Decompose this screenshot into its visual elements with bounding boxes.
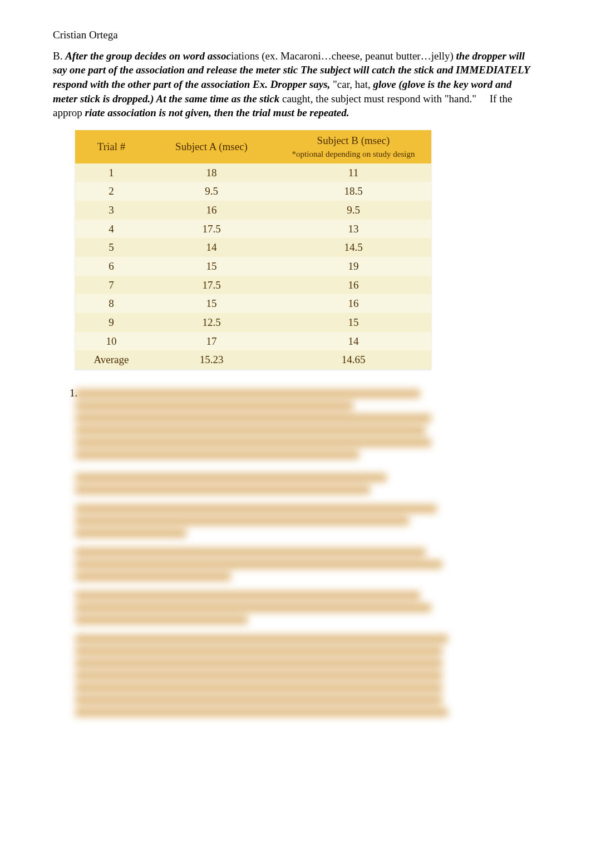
- cell-trial: 4: [75, 220, 147, 239]
- cell-trial: 5: [75, 238, 147, 257]
- cell-trial: 6: [75, 257, 147, 276]
- blurred-text-line: [75, 683, 442, 692]
- cell-subject-a: 12.5: [147, 313, 275, 332]
- blurred-text-line: [75, 572, 231, 581]
- blurred-text-line: [75, 450, 359, 459]
- instr-p1: After the group decides on word a: [65, 50, 213, 62]
- cell-subject-b: 13: [275, 220, 431, 239]
- cell-trial: 2: [75, 182, 147, 201]
- instr-p16: riate association is not given, then: [85, 107, 234, 118]
- blurred-text-line: [75, 473, 387, 482]
- blurred-answer-region: [75, 389, 538, 717]
- header-subject-b-note: *optional depending on study design: [281, 148, 426, 160]
- table-row: 51414.5: [75, 238, 431, 257]
- header-subject-b-main: Subject B (msec): [317, 135, 390, 146]
- cell-trial: 1: [75, 163, 147, 182]
- cell-subject-a: 17.5: [147, 276, 275, 295]
- table-row: 717.516: [75, 276, 431, 295]
- cell-trial: 3: [75, 201, 147, 220]
- table-row: 11811: [75, 163, 431, 182]
- blurred-text-line: [75, 504, 437, 513]
- blurred-text-line: [75, 485, 370, 494]
- header-subject-a: Subject A (msec): [147, 130, 275, 163]
- blurred-text-line: [75, 708, 448, 717]
- header-trial: Trial #: [75, 130, 147, 163]
- cell-subject-a: 16: [147, 201, 275, 220]
- header-subject-b: Subject B (msec) *optional depending on …: [275, 130, 431, 163]
- instr-p6: ter stic: [269, 64, 298, 76]
- cell-subject-b: 16: [275, 276, 431, 295]
- blurred-text-line: [75, 401, 353, 410]
- cell-trial: 9: [75, 313, 147, 332]
- cell-subject-b: 18.5: [275, 182, 431, 201]
- instr-p4: (ex. Macaroni…cheese, peanut butter…jell…: [262, 50, 454, 62]
- cell-trial: 10: [75, 332, 147, 351]
- table-header-row: Trial # Subject A (msec) Subject B (msec…: [75, 130, 431, 163]
- blurred-text-line: [75, 616, 248, 624]
- blurred-text-line: [75, 438, 431, 447]
- instr-p9: iation: [225, 78, 250, 90]
- cell-subject-a: 17: [147, 332, 275, 351]
- blurred-text-line: [75, 659, 442, 668]
- blurred-text-line: [75, 414, 431, 423]
- cell-subject-a: 17.5: [147, 220, 275, 239]
- cell-subject-b: 14.5: [275, 238, 431, 257]
- trial-data-table: Trial # Subject A (msec) Subject B (msec…: [75, 130, 431, 369]
- author-name: Cristian Ortega: [53, 28, 538, 42]
- blurred-text-line: [75, 647, 442, 656]
- blurred-text-line: [75, 560, 442, 569]
- blurred-text-line: [75, 603, 431, 612]
- instr-p10: Ex. D: [253, 78, 278, 90]
- section-label: B.: [53, 50, 62, 62]
- table-row: 417.513: [75, 220, 431, 239]
- blurred-text-line: [75, 517, 409, 525]
- instr-p15: [479, 93, 490, 105]
- instr-p11: ropper says,: [278, 78, 330, 90]
- table-row: 101714: [75, 332, 431, 351]
- instr-p2: ssoc: [213, 50, 231, 62]
- cell-trial: Average: [75, 350, 147, 369]
- table-row: 912.515: [75, 313, 431, 332]
- blurred-text-line: [75, 426, 426, 435]
- table-row: 81516: [75, 294, 431, 313]
- cell-subject-b: 14: [275, 332, 431, 351]
- cell-subject-a: 9.5: [147, 182, 275, 201]
- cell-subject-a: 18: [147, 163, 275, 182]
- cell-subject-a: 15.23: [147, 350, 275, 369]
- blurred-text-line: [75, 389, 420, 398]
- blurred-text-line: [75, 548, 426, 557]
- blurred-text-line: [75, 696, 442, 705]
- cell-trial: 7: [75, 276, 147, 295]
- instr-p12: "car, hat,: [333, 78, 371, 90]
- cell-trial: 8: [75, 294, 147, 313]
- instr-p14: caught, the subject must respond with "h…: [282, 93, 476, 105]
- table-body: 1181129.518.53169.5417.51351414.56151971…: [75, 163, 431, 369]
- cell-subject-b: 9.5: [275, 201, 431, 220]
- instr-p17: the trial must be repeated.: [236, 107, 349, 118]
- table-row: 3169.5: [75, 201, 431, 220]
- blurred-text-line: [75, 529, 186, 538]
- cell-subject-b: 16: [275, 294, 431, 313]
- cell-subject-a: 14: [147, 238, 275, 257]
- table-row: Average15.2314.65: [75, 350, 431, 369]
- cell-subject-b: 11: [275, 163, 431, 182]
- cell-subject-a: 15: [147, 257, 275, 276]
- table-row: 61519: [75, 257, 431, 276]
- instructions-block: B. After the group decides on word assoc…: [53, 49, 538, 120]
- instr-p7: The subject will catch: [301, 64, 395, 76]
- cell-subject-b: 15: [275, 313, 431, 332]
- blurred-text-line: [75, 671, 442, 680]
- cell-subject-b: 19: [275, 257, 431, 276]
- table-row: 29.518.5: [75, 182, 431, 201]
- blurred-text-line: [75, 591, 420, 600]
- blurred-text-line: [75, 634, 448, 643]
- cell-subject-b: 14.65: [275, 350, 431, 369]
- cell-subject-a: 15: [147, 294, 275, 313]
- instr-p3: iations: [231, 50, 259, 62]
